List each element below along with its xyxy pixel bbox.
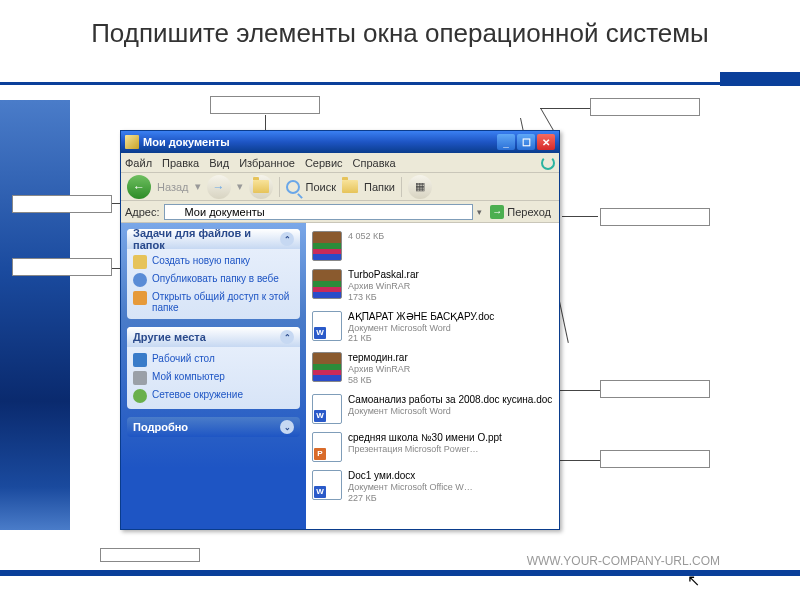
rar-file-icon: [312, 352, 342, 382]
menu-favorites[interactable]: Избранное: [239, 157, 295, 169]
place-item[interactable]: Рабочий стол: [133, 351, 294, 369]
go-arrow-icon: →: [490, 205, 504, 219]
throbber-icon: [541, 156, 555, 170]
footer-bar: [0, 570, 800, 576]
chevron-up-icon: ⌃: [280, 232, 294, 246]
go-label: Переход: [507, 206, 551, 218]
callout-box: [590, 98, 700, 116]
rar-file-icon: [312, 269, 342, 299]
doc-file-icon: [312, 311, 342, 341]
minimize-button[interactable]: _: [497, 134, 515, 150]
computer-icon: [133, 371, 147, 385]
desktop-icon: [133, 353, 147, 367]
file-item[interactable]: средняя школа №30 имени О.ppt Презентаци…: [310, 428, 555, 466]
file-item[interactable]: АҚПАРАТ ЖӘНЕ БАСҚАРУ.doc Документ Micros…: [310, 307, 555, 349]
share-icon: [133, 291, 147, 305]
tasks-header-label: Задачи для файлов и папок: [133, 229, 280, 251]
address-input[interactable]: [164, 204, 474, 220]
file-item[interactable]: TurboPaskal.rar Архив WinRAR 173 КБ: [310, 265, 555, 307]
callout-box: [600, 450, 710, 468]
title-block: [720, 72, 800, 86]
publish-icon: [133, 273, 147, 287]
file-item[interactable]: 4 052 КБ: [310, 227, 555, 265]
file-item[interactable]: Самоанализ работы за 2008.doc кусина.doc…: [310, 390, 555, 428]
back-dropdown[interactable]: ▾: [195, 180, 201, 193]
menu-help[interactable]: Справка: [353, 157, 396, 169]
file-desc: Презентация Microsoft Power…: [348, 444, 502, 455]
task-label: Опубликовать папку в вебе: [152, 273, 279, 284]
place-label: Сетевое окружение: [152, 389, 243, 400]
address-bar: Адрес: ▾ → Переход: [121, 201, 559, 223]
place-label: Рабочий стол: [152, 353, 215, 364]
footer-url: WWW.YOUR-COMPANY-URL.COM: [527, 554, 720, 568]
views-button[interactable]: ▦: [408, 175, 432, 199]
search-button[interactable]: Поиск: [306, 181, 336, 193]
back-button[interactable]: ←: [127, 175, 151, 199]
task-label: Открыть общий доступ к этой папке: [152, 291, 294, 313]
tasks-panel-header[interactable]: Задачи для файлов и папок ⌃: [127, 229, 300, 249]
left-gradient-decor: [0, 100, 70, 530]
window-title: Мои документы: [143, 136, 230, 148]
maximize-button[interactable]: ☐: [517, 134, 535, 150]
file-list: 4 052 КБ TurboPaskal.rar Архив WinRAR 17…: [306, 223, 559, 529]
folder-up-icon: [253, 180, 269, 193]
folder-icon: [125, 135, 139, 149]
task-label: Создать новую папку: [152, 255, 250, 266]
tasks-pane: Задачи для файлов и папок ⌃ Создать нову…: [121, 223, 306, 529]
details-panel: Подробно ⌄: [127, 417, 300, 437]
place-item[interactable]: Сетевое окружение: [133, 387, 294, 405]
search-icon: [286, 180, 300, 194]
menu-tools[interactable]: Сервис: [305, 157, 343, 169]
place-item[interactable]: Мой компьютер: [133, 369, 294, 387]
menu-file[interactable]: Файл: [125, 157, 152, 169]
file-name: средняя школа №30 имени О.ppt: [348, 432, 502, 444]
forward-button[interactable]: →: [207, 175, 231, 199]
doc-file-icon: [312, 394, 342, 424]
file-size: 227 КБ: [348, 493, 473, 504]
file-size: 173 КБ: [348, 292, 419, 303]
file-name: АҚПАРАТ ЖӘНЕ БАСҚАРУ.doc: [348, 311, 494, 323]
file-desc: Архив WinRAR: [348, 364, 410, 375]
task-item[interactable]: Опубликовать папку в вебе: [133, 271, 294, 289]
go-button[interactable]: → Переход: [486, 205, 555, 219]
rar-file-icon: [312, 231, 342, 261]
forward-dropdown[interactable]: ▾: [237, 180, 243, 193]
file-name: TurboPaskal.rar: [348, 269, 419, 281]
menu-view[interactable]: Вид: [209, 157, 229, 169]
toolbar: ← Назад ▾ → ▾ Поиск Папки ▦: [121, 173, 559, 201]
details-panel-header[interactable]: Подробно ⌄: [127, 417, 300, 437]
file-item[interactable]: термодин.rar Архив WinRAR 58 КБ: [310, 348, 555, 390]
docx-file-icon: [312, 470, 342, 500]
titlebar[interactable]: Мои документы _ ☐ ✕: [121, 131, 559, 153]
file-desc: Документ Microsoft Word: [348, 406, 552, 417]
callout-box: [100, 548, 200, 562]
task-item[interactable]: Открыть общий доступ к этой папке: [133, 289, 294, 315]
callout-box: [12, 195, 112, 213]
address-label: Адрес:: [125, 206, 160, 218]
callout-box: [600, 380, 710, 398]
tasks-panel: Задачи для файлов и папок ⌃ Создать нову…: [127, 229, 300, 319]
menu-edit[interactable]: Правка: [162, 157, 199, 169]
file-size: 58 КБ: [348, 375, 410, 386]
up-button[interactable]: [249, 175, 273, 199]
places-header-label: Другие места: [133, 331, 206, 343]
back-label: Назад: [157, 181, 189, 193]
places-panel-header[interactable]: Другие места ⌃: [127, 327, 300, 347]
address-dropdown[interactable]: ▾: [477, 207, 482, 217]
file-desc: Архив WinRAR: [348, 281, 419, 292]
explorer-window: Мои документы _ ☐ ✕ Файл Правка Вид Избр…: [120, 130, 560, 530]
callout-box: [12, 258, 112, 276]
details-header-label: Подробно: [133, 421, 188, 433]
menubar: Файл Правка Вид Избранное Сервис Справка: [121, 153, 559, 173]
close-button[interactable]: ✕: [537, 134, 555, 150]
ppt-file-icon: [312, 432, 342, 462]
folders-button[interactable]: Папки: [364, 181, 395, 193]
chevron-up-icon: ⌃: [280, 330, 294, 344]
task-item[interactable]: Создать новую папку: [133, 253, 294, 271]
file-size: 21 КБ: [348, 333, 494, 344]
callout-box: [210, 96, 320, 114]
network-icon: [133, 389, 147, 403]
cursor-icon: ↖: [687, 571, 700, 590]
file-item[interactable]: Doc1 уми.docx Документ Microsoft Office …: [310, 466, 555, 508]
file-name: Doc1 уми.docx: [348, 470, 473, 482]
